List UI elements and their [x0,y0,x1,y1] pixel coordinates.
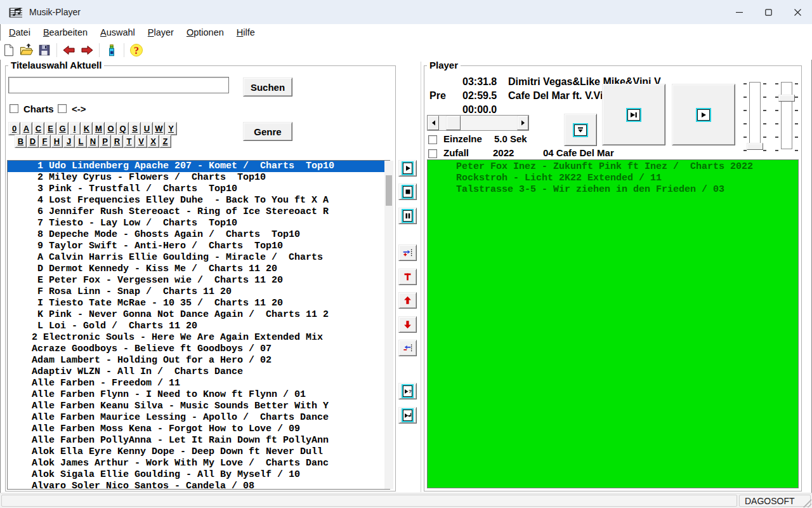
letter-button[interactable]: M [93,122,105,135]
volume-slider-thumb[interactable] [747,143,763,150]
track-row[interactable]: 8 Depeche Mode - Ghosts Again / Charts T… [8,229,390,241]
volume-slider[interactable] [749,82,761,149]
pause-button[interactable] [398,208,417,224]
menu-item[interactable]: Datei [3,25,37,39]
letter-button[interactable]: U [141,122,153,135]
letter-button[interactable]: B [15,135,27,148]
play-return-button[interactable] [398,407,417,424]
close-button[interactable] [783,0,812,24]
position-scrollbar[interactable] [427,115,529,131]
letter-button[interactable]: P [99,135,111,148]
letter-button[interactable]: D [27,135,39,148]
track-row[interactable]: K Pink - Never Gonna Not Dance Again / C… [8,309,390,321]
track-list[interactable]: 1 Udo Lindenberg Apache 207 - Komet / Ch… [7,160,390,490]
track-row[interactable]: Adaptiv WLZN - All In / Charts Dance [8,366,390,378]
track-row[interactable]: Alvaro Soler Nico Santos - Candela / 08 [8,481,390,490]
balance-slider-thumb[interactable] [778,95,795,102]
menu-item[interactable]: Player [141,25,180,39]
menu-item[interactable]: Optionen [180,25,230,39]
scrollbar-thumb[interactable] [386,175,392,206]
letter-button[interactable]: W [153,122,165,135]
letter-button[interactable]: V [135,135,147,148]
letter-button[interactable]: Y [165,122,177,135]
load-track-button[interactable] [564,114,597,146]
balance-slider[interactable] [781,82,792,149]
playlist-row[interactable]: Peter Fox Inez - Zukunft Pink ft Inez / … [428,161,798,173]
track-row[interactable]: 2 Miley Cyrus - Flowers / Charts Top10 [8,172,390,184]
minimize-button[interactable] [724,0,754,24]
track-row[interactable]: Adam Lambert - Holding Out for a Hero / … [8,355,390,366]
save-button[interactable] [36,42,53,58]
track-row[interactable]: 1 Udo Lindenberg Apache 207 - Komet / Ch… [8,161,390,172]
move-top-button[interactable] [398,269,417,285]
zufall-checkbox[interactable] [428,149,437,158]
letter-button[interactable]: G [56,122,69,135]
scroll-right-arrow[interactable] [517,116,528,130]
track-row[interactable]: Alle Farben Moss Kena - Forgot How to Lo… [8,424,390,435]
play-big-button[interactable] [672,84,735,145]
genre-button[interactable]: Genre [243,122,292,141]
letter-button[interactable]: Q [117,122,129,135]
add-to-playlist-button[interactable] [398,244,417,261]
charts-checkbox[interactable] [10,104,18,113]
back-button[interactable] [60,42,78,58]
track-list-scrollbar[interactable] [384,161,393,489]
move-up-button[interactable] [398,292,417,309]
search-button[interactable]: Suchen [243,77,292,97]
track-row[interactable]: A Calvin Harris Ellie Goulding - Miracle… [8,252,390,264]
track-row[interactable]: Alle Farben Flynn - I Need to Know ft Fl… [8,389,390,401]
jukebox-button[interactable] [103,42,121,58]
track-row[interactable]: Alle Farben Maurice Lessing - Apollo / C… [8,412,390,424]
track-row[interactable]: I Tiesto Tate McRae - 10 35 / Charts 11 … [8,298,390,309]
track-row[interactable]: Alok Ella Eyre Kenny Dope - Deep Down ft… [8,446,390,458]
play-button[interactable] [398,160,417,177]
track-row[interactable]: Alle Farben PollyAnna - Let It Rain Down… [8,435,390,446]
einzelne-checkbox[interactable] [428,135,437,144]
forward-button[interactable] [78,42,96,58]
track-row[interactable]: 4 Lost Frequencies Elley Duhe - Back To … [8,195,390,206]
track-row[interactable]: 6 Jennifer Rush Stereoact - Ring of Ice … [8,206,390,218]
letter-button[interactable]: K [81,122,93,135]
maximize-button[interactable] [754,0,783,24]
letter-button[interactable]: H [51,135,63,148]
track-row[interactable]: Alle Farben Keanu Silva - Music Sounds B… [8,401,390,412]
letter-button[interactable]: N [87,135,99,148]
letter-button[interactable]: E [44,122,56,135]
help-button[interactable]: ? [128,42,145,58]
swap-checkbox[interactable] [58,104,67,113]
letter-button[interactable]: L [75,135,87,148]
track-row[interactable]: L Loi - Gold / Charts 11 20 [8,321,390,332]
letter-button[interactable]: C [32,122,44,135]
play-question-button[interactable]: ? [398,383,417,399]
track-row[interactable]: 3 Pink - Trustfall / Charts Top10 [8,184,390,195]
track-row[interactable]: F Rosa Linn - Snap / Charts 11 20 [8,286,390,298]
letter-button[interactable]: Z [159,135,171,148]
track-row[interactable]: E Peter Fox - Vergessen wie / Charts 11 … [8,275,390,286]
position-thumb[interactable] [446,116,461,130]
remove-from-playlist-button[interactable] [398,340,417,356]
move-down-button[interactable] [398,316,417,333]
playlist[interactable]: Peter Fox Inez - Zukunft Pink ft Inez / … [427,159,799,488]
letter-button[interactable]: S [129,122,141,135]
menu-item[interactable]: Bearbeiten [37,25,94,39]
letter-button[interactable]: 0 [8,122,20,135]
track-row[interactable]: D Dermot Kennedy - Kiss Me / Charts 11 2… [8,264,390,275]
letter-button[interactable]: F [39,135,51,148]
track-row[interactable]: Alok James Arthur - Work With My Love / … [8,458,390,469]
track-row[interactable]: 2 Electronic Souls - Here We Are Again E… [8,332,390,344]
letter-button[interactable]: A [20,122,32,135]
playlist-row[interactable]: Rockstroh - Licht 2K22 Extended / 11 [428,173,798,184]
open-file-button[interactable] [18,42,36,58]
track-row[interactable]: 9 Taylor Swift - Anti-Hero / Charts Top1… [8,241,390,252]
letter-button[interactable]: T [123,135,135,148]
stop-button[interactable] [398,184,417,200]
track-row[interactable]: Acraze Goodboys - Believe ft Goodboys / … [8,344,390,355]
search-input[interactable] [8,77,229,93]
letter-button[interactable]: J [63,135,75,148]
track-row[interactable]: Alok Sigala Ellie Goulding - All By Myse… [8,469,390,481]
menu-item[interactable]: Auswahl [94,25,141,39]
track-row[interactable]: Alle Farben - Freedom / 11 [8,378,390,389]
play-pause-big-button[interactable] [602,84,665,145]
scroll-left-arrow[interactable] [428,116,439,130]
letter-button[interactable]: R [111,135,123,148]
